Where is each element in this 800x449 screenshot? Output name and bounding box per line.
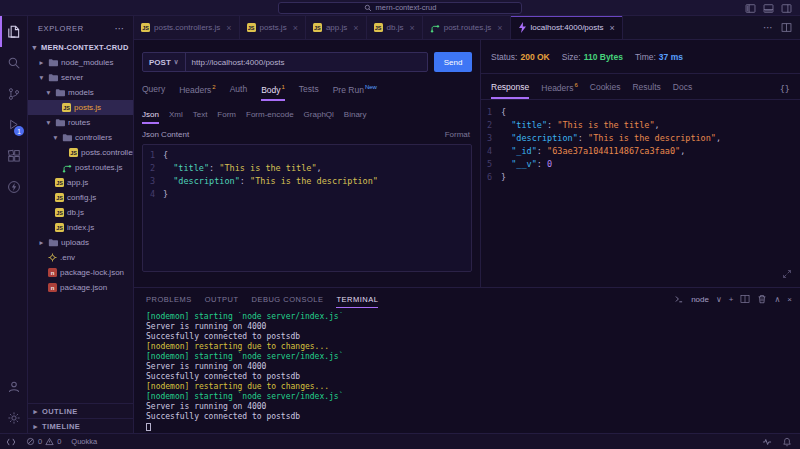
close-icon[interactable]: ×	[353, 23, 358, 33]
tab-cookies[interactable]: Cookies	[590, 82, 621, 99]
close-icon[interactable]: ×	[497, 23, 502, 33]
tree-item-package-json[interactable]: npackage.json	[28, 280, 133, 295]
tab-headers[interactable]: Headers2	[179, 84, 215, 101]
quokka-status[interactable]: Quokka	[71, 437, 97, 446]
toggle-panel-icon[interactable]	[763, 3, 774, 14]
tab-results[interactable]: Results	[632, 82, 660, 99]
chevron-down-icon[interactable]: ∨	[716, 295, 722, 304]
close-icon[interactable]: ×	[293, 23, 298, 33]
outline-section[interactable]: ▸ OUTLINE	[28, 403, 133, 418]
tab-graphql[interactable]: GraphQl	[304, 110, 334, 124]
panel-tabs: PROBLEMSOUTPUTDEBUG CONSOLETERMINAL	[146, 291, 378, 308]
tree-item-posts-controllers-js[interactable]: JSposts.controllers.js	[28, 145, 133, 160]
tree-item-label: models	[68, 88, 94, 97]
tree-item-routes[interactable]: ▾routes	[28, 115, 133, 130]
status-value: 200 OK	[520, 52, 549, 62]
close-icon[interactable]: ×	[609, 23, 614, 33]
json-body-editor[interactable]: 1{2 "title": "This is the title",3 "desc…	[142, 144, 472, 272]
format-json-icon[interactable]: {}	[780, 84, 790, 99]
tree-item-server[interactable]: ▾server	[28, 70, 133, 85]
tab-auth[interactable]: Auth	[230, 84, 248, 101]
new-terminal-icon[interactable]: +	[729, 295, 734, 304]
tree-item-app-js[interactable]: JSapp.js	[28, 175, 133, 190]
search-icon[interactable]	[0, 47, 27, 78]
tab-body[interactable]: Body1	[261, 84, 285, 101]
npm-file-icon: n	[48, 283, 57, 292]
tab-localhost-4000-posts[interactable]: localhost:4000/posts×	[511, 16, 623, 39]
terminal-output[interactable]: [nodemon] starting `node server/index.js…	[146, 312, 792, 431]
tree-item-models[interactable]: ▾models	[28, 85, 133, 100]
tab-form[interactable]: Form	[217, 110, 236, 124]
notifications-bell-icon[interactable]	[782, 437, 792, 447]
project-root-folder[interactable]: ▾ MERN-CONTEXT-CRUD	[28, 40, 133, 55]
close-icon[interactable]: ×	[409, 23, 414, 33]
tab-problems[interactable]: PROBLEMS	[146, 291, 192, 308]
close-icon[interactable]: ×	[226, 23, 231, 33]
method-dropdown[interactable]: POST ∨	[143, 53, 186, 71]
editor-tab-bar: JSposts.controllers.js×JSposts.js×JSapp.…	[134, 16, 800, 40]
tab-debug-console[interactable]: DEBUG CONSOLE	[252, 291, 324, 308]
tree-item-uploads[interactable]: ▸uploads	[28, 235, 133, 250]
tab-response[interactable]: Response	[491, 82, 529, 99]
tab-headers[interactable]: Headers6	[541, 82, 577, 99]
folder-file-icon	[48, 73, 58, 82]
thunder-client-icon[interactable]	[0, 171, 27, 202]
tab-posts-controllers-js[interactable]: JSposts.controllers.js×	[134, 16, 240, 39]
problems-indicator[interactable]: 0 0	[26, 437, 61, 446]
tree-item-db-js[interactable]: JSdb.js	[28, 205, 133, 220]
remote-indicator[interactable]	[6, 437, 16, 447]
timeline-section[interactable]: ▸ TIMELINE	[28, 418, 133, 433]
tree-item-post-routes-js[interactable]: post.routes.js	[28, 160, 133, 175]
explorer-icon[interactable]	[0, 16, 27, 47]
tree-item-posts-js[interactable]: JSposts.js	[28, 100, 133, 115]
settings-icon[interactable]	[0, 402, 27, 433]
tab-app-js[interactable]: JSapp.js×	[306, 16, 367, 39]
tab-binary[interactable]: Binary	[344, 110, 367, 124]
more-actions-icon[interactable]: ⋯	[114, 23, 125, 34]
close-panel-icon[interactable]: ×	[787, 295, 792, 304]
kill-terminal-icon[interactable]	[757, 294, 767, 304]
tab-tests[interactable]: Tests	[299, 84, 319, 101]
tab-json[interactable]: Json	[142, 110, 159, 124]
tree-item-package-lock-json[interactable]: npackage-lock.json	[28, 265, 133, 280]
tab-form-encode[interactable]: Form-encode	[246, 110, 294, 124]
shell-selector[interactable]: node	[691, 295, 709, 304]
tab-post-routes-js[interactable]: post.routes.js×	[423, 16, 511, 39]
url-input[interactable]: http://localhost:4000/posts	[186, 58, 291, 67]
tab-terminal[interactable]: TERMINAL	[336, 291, 378, 308]
send-button[interactable]: Send	[434, 52, 472, 72]
tab-xml[interactable]: Xml	[169, 110, 183, 124]
more-actions-icon[interactable]: ⋯	[763, 22, 773, 33]
terminal-cursor-line	[146, 422, 792, 431]
split-editor-icon[interactable]	[781, 22, 792, 33]
feedback-icon[interactable]	[762, 437, 772, 447]
terminal-line: Server is running on 4000	[146, 322, 792, 332]
toggle-secondary-sidebar-icon[interactable]	[781, 3, 792, 14]
command-center[interactable]: mern-context-crud	[278, 2, 522, 14]
explorer-sidebar: EXPLORER ⋯ ▾ MERN-CONTEXT-CRUD ▸node_mod…	[28, 16, 134, 433]
split-terminal-icon[interactable]	[740, 294, 750, 304]
tab-text[interactable]: Text	[193, 110, 208, 124]
account-icon[interactable]	[0, 371, 27, 402]
tree-item-env[interactable]: .env	[28, 250, 133, 265]
tree-item-node-modules[interactable]: ▸node_modules	[28, 55, 133, 70]
tab-query[interactable]: Query	[142, 84, 165, 101]
format-button[interactable]: Format	[445, 130, 470, 139]
tab-pre-run[interactable]: Pre RunNew	[333, 84, 377, 101]
source-control-icon[interactable]	[0, 78, 27, 109]
debug-icon[interactable]: 1	[0, 109, 27, 140]
tab-posts-js[interactable]: JSposts.js×	[240, 16, 306, 39]
tree-item-index-js[interactable]: JSindex.js	[28, 220, 133, 235]
expand-response-icon[interactable]	[782, 269, 792, 279]
tab-db-js[interactable]: JSdb.js×	[367, 16, 423, 39]
maximize-panel-icon[interactable]: ∧	[774, 295, 780, 304]
tree-item-controllers[interactable]: ▾controllers	[28, 130, 133, 145]
code-line: 4}	[143, 188, 471, 201]
toggle-sidebar-icon[interactable]	[745, 3, 756, 14]
time-value: 37 ms	[659, 52, 683, 62]
tree-item-config-js[interactable]: JSconfig.js	[28, 190, 133, 205]
tree-item-label: package-lock.json	[60, 268, 124, 277]
extensions-icon[interactable]	[0, 140, 27, 171]
tab-docs[interactable]: Docs	[673, 82, 692, 99]
tab-output[interactable]: OUTPUT	[205, 291, 239, 308]
